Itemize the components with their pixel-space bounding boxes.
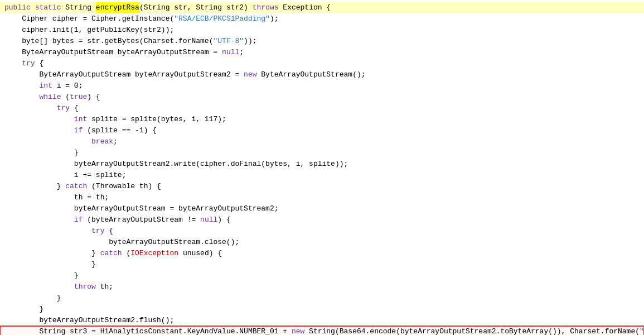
code-token: throw — [74, 281, 96, 293]
code-token: )); — [244, 36, 256, 47]
code-token: } — [57, 293, 61, 304]
code-line: th = th; — [0, 192, 644, 203]
code-token: (byteArrayOutputStream != — [83, 214, 200, 226]
code-line: } — [0, 304, 644, 315]
code-token: while — [39, 92, 61, 103]
code-token: "UTF-8" — [213, 36, 244, 47]
code-token — [61, 2, 65, 13]
code-token: (String str, String str2) — [139, 2, 253, 13]
code-line: try { — [0, 103, 644, 114]
code-token: catch — [65, 181, 87, 192]
code-line: Cipher cipher = Cipher.getInstance("RSA/… — [0, 13, 644, 25]
code-token: byteArrayOutputStream = byteArrayOutputS… — [74, 203, 279, 214]
code-token: "RSA/ECB/PKCS1Padding" — [174, 13, 270, 25]
code-line: break; — [0, 136, 644, 147]
code-token: ; — [239, 47, 244, 58]
code-token: null — [200, 214, 217, 226]
code-token: catch — [100, 248, 122, 259]
code-token: ) { — [87, 92, 100, 103]
code-token: ( — [122, 248, 131, 259]
code-token: } — [91, 248, 100, 259]
code-token: int — [39, 80, 52, 92]
code-line: i += splite; — [0, 170, 644, 181]
code-token: public — [4, 2, 31, 13]
code-token: try — [57, 103, 70, 114]
code-token: if — [74, 125, 83, 136]
code-line: cipher.init(1, getPublicKey(str2)); — [0, 25, 644, 36]
code-token: static — [35, 2, 61, 13]
code-token: } — [91, 259, 96, 270]
code-token: true — [70, 92, 87, 103]
code-token: byteArrayOutputStream.close(); — [109, 237, 239, 248]
code-line: byteArrayOutputStream2.flush(); — [0, 315, 644, 326]
code-line: byteArrayOutputStream = byteArrayOutputS… — [0, 203, 644, 214]
code-line: if (byteArrayOutputStream != null) { — [0, 214, 644, 226]
code-token: } — [57, 181, 66, 192]
code-token: cipher.init(1, getPublicKey(str2)); — [22, 25, 174, 36]
code-token: } — [74, 270, 79, 281]
code-line: } catch (Throwable th) { — [0, 181, 644, 192]
code-token: (splite == -1) { — [83, 125, 157, 136]
code-token — [31, 2, 35, 13]
code-line: try { — [0, 58, 644, 69]
code-line: byteArrayOutputStream2.write(cipher.doFi… — [0, 159, 644, 170]
code-token: } — [74, 147, 79, 159]
code-token: ByteArrayOutputStream byteArrayOutputStr… — [22, 47, 222, 58]
code-editor: public static String encryptRsa(String s… — [0, 0, 644, 335]
code-token: try — [91, 226, 104, 237]
code-token: byte[] bytes = str.getBytes(Charset.forN… — [22, 36, 213, 47]
code-token: new — [292, 326, 304, 335]
code-token: String — [65, 2, 96, 13]
code-line: String str3 = HiAnalyticsConstant.KeyAnd… — [0, 326, 644, 335]
code-token: (Throwable th) { — [87, 181, 161, 192]
code-token: int — [74, 114, 87, 125]
code-token: null — [222, 47, 239, 58]
code-token: Exception { — [279, 2, 331, 13]
code-token: byteArrayOutputStream2.flush(); — [39, 315, 174, 326]
code-line: } — [0, 147, 644, 159]
code-token: th; — [96, 281, 113, 293]
code-line: byteArrayOutputStream.close(); — [0, 237, 644, 248]
code-token: ) { — [217, 214, 230, 226]
code-token: ); — [270, 13, 279, 25]
code-token: i = 0; — [52, 80, 83, 92]
code-token: "UTF-8" — [640, 326, 644, 335]
code-line: } — [0, 259, 644, 270]
code-line: try { — [0, 226, 644, 237]
code-line: } — [0, 270, 644, 281]
code-token: break — [91, 136, 113, 147]
code-line: throw th; — [0, 281, 644, 293]
code-line: public static String encryptRsa(String s… — [0, 2, 644, 13]
code-token: } — [39, 304, 43, 315]
code-token: { — [35, 58, 44, 69]
code-token: unused) { — [178, 248, 222, 259]
code-token: throws — [253, 2, 279, 13]
code-line: } — [0, 293, 644, 304]
code-line: byte[] bytes = str.getBytes(Charset.forN… — [0, 36, 644, 47]
code-line: int splite = splite(bytes, i, 117); — [0, 114, 644, 125]
code-token: ByteArrayOutputStream(); — [257, 69, 366, 80]
code-token: Cipher cipher = Cipher.getInstance( — [22, 13, 174, 25]
code-token: byteArrayOutputStream2.write(cipher.doFi… — [74, 159, 348, 170]
code-token: th = th; — [74, 192, 109, 203]
code-line: if (splite == -1) { — [0, 125, 644, 136]
code-line: while (true) { — [0, 92, 644, 103]
code-line: } catch (IOException unused) { — [0, 248, 644, 259]
code-token: ; — [113, 136, 118, 147]
code-token: { — [70, 103, 79, 114]
code-token: IOException — [130, 248, 178, 259]
code-token: if — [74, 214, 83, 226]
code-token: i += splite; — [74, 170, 127, 181]
code-token: new — [244, 69, 256, 80]
code-token: { — [104, 226, 113, 237]
code-line: int i = 0; — [0, 80, 644, 92]
code-token: ByteArrayOutputStream byteArrayOutputStr… — [39, 69, 244, 80]
code-token: ( — [61, 92, 70, 103]
code-token: try — [22, 58, 35, 69]
code-token: String str3 = HiAnalyticsConstant.KeyAnd… — [39, 326, 291, 335]
code-token: splite = splite(bytes, i, 117); — [87, 114, 226, 125]
code-token: String(Base64.encode(byteArrayOutputStre… — [304, 326, 640, 335]
code-line: ByteArrayOutputStream byteArrayOutputStr… — [0, 69, 644, 80]
code-line: ByteArrayOutputStream byteArrayOutputStr… — [0, 47, 644, 58]
code-token: encryptRsa — [96, 2, 139, 13]
